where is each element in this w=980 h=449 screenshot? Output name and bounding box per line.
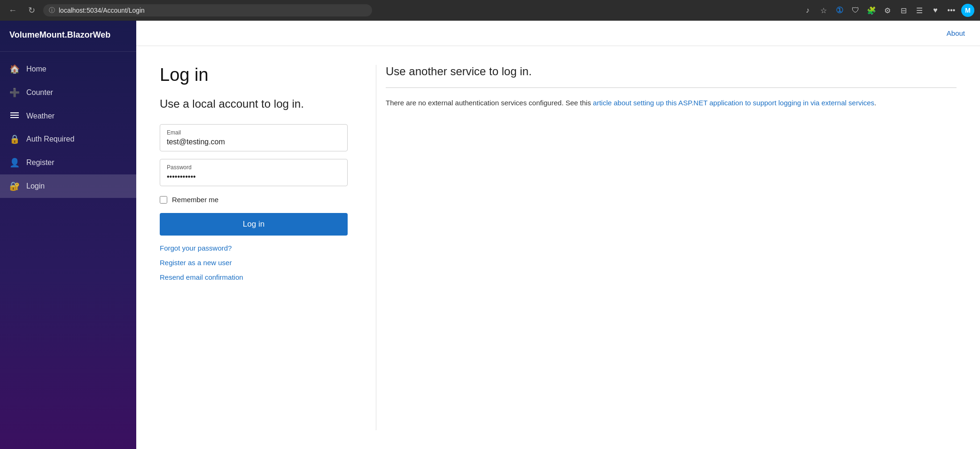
password-group: Password: [160, 159, 348, 186]
refresh-button[interactable]: ↻: [24, 3, 39, 17]
lock-icon: ⓘ: [49, 6, 55, 15]
login-icon: 🔐: [9, 181, 20, 191]
sidebar-nav: 🏠 Home ➕ Counter Weather 🔒 Au: [0, 52, 136, 204]
external-desc-post: .: [874, 99, 876, 107]
address-bar[interactable]: ⓘ localhost:5034/Account/Login: [43, 4, 372, 16]
external-description: There are no external authentication ser…: [386, 97, 957, 109]
counter-icon: ➕: [9, 87, 20, 98]
external-section-title: Use another service to log in.: [386, 65, 957, 78]
app-container: VolumeMount.BlazorWeb 🏠 Home ➕ Counter W: [0, 21, 980, 449]
sidebar-label-home: Home: [26, 65, 47, 73]
local-login-section: Log in Use a local account to log in. Em…: [160, 65, 348, 430]
read-aloud-icon[interactable]: ♪: [801, 4, 814, 16]
content-area: Log in Use a local account to log in. Em…: [136, 46, 980, 449]
remember-me-checkbox[interactable]: [160, 196, 167, 204]
remember-me-label: Remember me: [172, 196, 218, 204]
sidebar-item-weather[interactable]: Weather: [0, 104, 136, 127]
login-button[interactable]: Log in: [160, 213, 348, 236]
sidebar-icon[interactable]: ☰: [913, 4, 926, 16]
collections-icon[interactable]: ♥: [929, 4, 941, 16]
register-icon: 👤: [9, 158, 20, 168]
sidebar-label-register: Register: [26, 158, 54, 167]
password-manager-icon[interactable]: ①: [833, 4, 846, 16]
password-input-wrapper[interactable]: Password: [160, 159, 348, 186]
app-title: VolumeMount.BlazorWeb: [0, 21, 136, 52]
external-divider: [386, 87, 957, 88]
email-group: Email: [160, 124, 348, 151]
register-link[interactable]: Register as a new user: [160, 259, 348, 267]
email-input[interactable]: [167, 138, 341, 146]
about-link[interactable]: About: [947, 29, 965, 37]
sidebar-label-weather: Weather: [26, 112, 54, 120]
favorites-icon[interactable]: ☆: [817, 4, 830, 16]
extensions-icon[interactable]: 🧩: [865, 4, 878, 16]
sidebar-label-counter: Counter: [26, 88, 53, 97]
sidebar-item-counter[interactable]: ➕ Counter: [0, 81, 136, 104]
settings-icon[interactable]: ⚙: [881, 4, 894, 16]
password-label: Password: [167, 164, 341, 171]
weather-icon: [9, 111, 20, 121]
page-title: Log in: [160, 65, 348, 85]
sidebar-item-auth-required[interactable]: 🔒 Auth Required: [0, 127, 136, 151]
sidebar-item-register[interactable]: 👤 Register: [0, 151, 136, 174]
browser-chrome: ← ↻ ⓘ localhost:5034/Account/Login ♪ ☆ ①…: [0, 0, 980, 21]
split-view-icon[interactable]: ⊟: [897, 4, 910, 16]
external-desc-pre: There are no external authentication ser…: [386, 99, 593, 107]
auth-required-icon: 🔒: [9, 134, 20, 144]
shield-icon[interactable]: 🛡: [849, 4, 862, 16]
remember-me-row: Remember me: [160, 196, 348, 204]
sidebar-item-home[interactable]: 🏠 Home: [0, 57, 136, 81]
main-area: About Log in Use a local account to log …: [136, 21, 980, 449]
back-button[interactable]: ←: [6, 3, 20, 17]
url-text: localhost:5034/Account/Login: [59, 7, 145, 14]
browser-toolbar-right: ♪ ☆ ① 🛡 🧩 ⚙ ⊟ ☰ ♥ ••• M: [801, 4, 974, 17]
password-input[interactable]: [167, 173, 341, 181]
sidebar-item-login[interactable]: 🔐 Login: [0, 174, 136, 198]
email-input-wrapper[interactable]: Email: [160, 124, 348, 151]
external-login-section: Use another service to log in. There are…: [376, 65, 957, 430]
external-article-link[interactable]: article about setting up this ASP.NET ap…: [593, 99, 874, 107]
local-section-title: Use a local account to log in.: [160, 96, 348, 111]
home-icon: 🏠: [9, 64, 20, 74]
resend-confirmation-link[interactable]: Resend email confirmation: [160, 273, 348, 281]
sidebar-label-auth-required: Auth Required: [26, 135, 74, 143]
top-bar: About: [136, 21, 980, 46]
sidebar: VolumeMount.BlazorWeb 🏠 Home ➕ Counter W: [0, 21, 136, 449]
email-label: Email: [167, 129, 341, 136]
sidebar-label-login: Login: [26, 182, 45, 190]
more-icon[interactable]: •••: [945, 4, 957, 16]
profile-icon[interactable]: M: [961, 4, 974, 17]
forgot-password-link[interactable]: Forgot your password?: [160, 244, 348, 252]
